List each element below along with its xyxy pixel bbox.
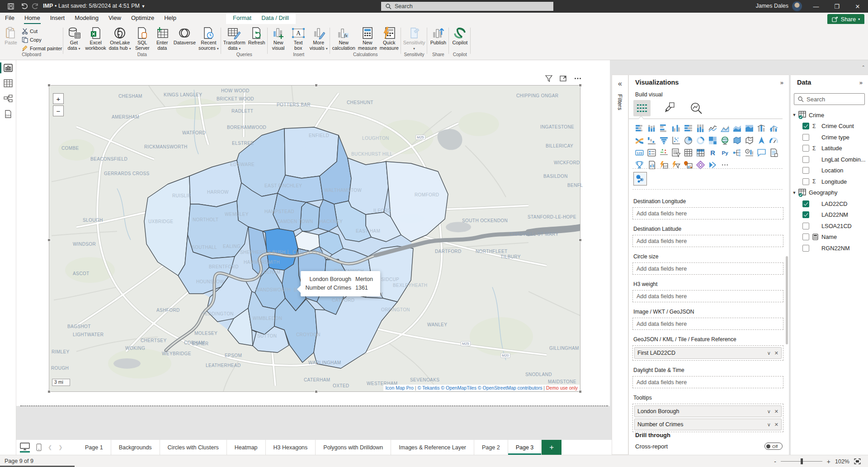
visual-type-paginated-icon[interactable]	[646, 159, 658, 171]
save-icon[interactable]	[6, 2, 15, 11]
focus-icon[interactable]	[560, 75, 567, 84]
field-well-empty[interactable]: Add data fields here	[632, 376, 783, 388]
zoom-out-icon[interactable]: -	[774, 458, 776, 465]
close-button[interactable]: ✕	[847, 0, 868, 13]
avatar[interactable]	[792, 1, 802, 11]
data-field-lnglat-combin-[interactable]: LngLat Combin...	[791, 154, 868, 165]
add-page-button[interactable]: +	[542, 440, 561, 455]
zoom-slider[interactable]	[781, 461, 822, 462]
copilot-button[interactable]: Copilot	[450, 25, 470, 51]
sidebar-table-view[interactable]	[0, 76, 16, 91]
visual-type-qa-icon[interactable]	[755, 147, 768, 159]
data-field-crime-type[interactable]: Crime type	[791, 132, 868, 143]
field-pill[interactable]: First LAD22CD∨✕	[634, 347, 782, 359]
panel-collapse-icon[interactable]: ⌃	[862, 65, 865, 70]
visual-type-filled-map-icon[interactable]	[731, 134, 743, 147]
visual-type-pie-icon[interactable]	[682, 134, 694, 147]
map-visual[interactable]: CHESHAMKINGS LANGLEYHOW WOODBRICKET WOOD…	[49, 85, 580, 392]
undo-icon[interactable]	[20, 2, 29, 11]
sidebar-dax-query-view[interactable]: DAX	[0, 106, 16, 122]
visual-type-ribbon-icon[interactable]	[633, 134, 646, 147]
data-field-rgn22nm[interactable]: RGN22NM	[791, 243, 868, 254]
sidebar-report-view[interactable]	[0, 60, 16, 76]
data-table-crime[interactable]: ▼Crime	[791, 110, 868, 121]
format-painter-button[interactable]: Format painter	[22, 44, 62, 52]
visual-type-treemap-icon[interactable]	[707, 134, 719, 147]
more-icon[interactable]	[574, 75, 581, 84]
page-tab-heatmap[interactable]: Heatmap	[227, 440, 266, 455]
attribution-link[interactable]: © OpenStreetMap contributors	[478, 385, 542, 391]
onelake-data-hub-button[interactable]: OneLakedata hub ▾	[108, 25, 132, 52]
attribution-link[interactable]: © Tekantis	[417, 385, 439, 391]
visual-type-bar-100-icon[interactable]	[682, 122, 694, 134]
dataverse-button[interactable]: Dataverse	[172, 25, 197, 51]
visual-type-bar-st-icon[interactable]	[633, 122, 646, 134]
visual-type-power-apps-icon[interactable]: 123	[658, 159, 670, 171]
menu-tab-help[interactable]: Help	[159, 13, 181, 24]
text-box-button[interactable]: ATextbox	[288, 25, 308, 51]
page-tab-polygons-with-drilldown[interactable]: Polygons with Drilldown	[316, 440, 391, 455]
get-data-button[interactable]: Getdata ▾	[64, 25, 84, 52]
scrollbar[interactable]	[786, 256, 788, 344]
user-name[interactable]: James Dales	[756, 3, 788, 9]
visual-type-funnel-icon[interactable]	[658, 134, 670, 147]
visual-type-col-100-icon[interactable]	[694, 122, 707, 134]
visual-type-donut-icon[interactable]	[694, 134, 707, 147]
enter-data-button[interactable]: Enterdata	[152, 25, 172, 51]
cross-report-toggle[interactable]: Off	[764, 443, 783, 450]
filter-icon[interactable]	[545, 75, 552, 84]
visual-type-kpi-icon[interactable]	[658, 147, 670, 159]
sql-server-button[interactable]: SQLServer	[132, 25, 152, 51]
zoom-in-button[interactable]: +	[53, 93, 64, 104]
visual-type-icon-map-pro[interactable]	[633, 172, 647, 186]
visual-type-table-icon[interactable]	[682, 147, 694, 159]
visual-type-gauge-icon[interactable]	[768, 134, 780, 147]
field-pill[interactable]: Number of Crimes∨✕	[634, 419, 782, 430]
visual-type-col-cl-icon[interactable]	[670, 122, 682, 134]
expand-filters-icon[interactable]: «	[612, 80, 628, 88]
excel-workbook-button[interactable]: Excelworkbook	[84, 25, 108, 51]
minimize-button[interactable]: —	[806, 0, 826, 13]
visual-type-more-icon[interactable]	[719, 159, 731, 171]
visual-type-area-100-icon[interactable]	[743, 122, 755, 134]
page-tab-circles-with-clusters[interactable]: Circles with Clusters	[160, 440, 227, 455]
data-search-input[interactable]: Search	[794, 93, 865, 105]
menu-tab-file[interactable]: File	[0, 13, 19, 24]
page-tab-backgrounds[interactable]: Backgrounds	[111, 440, 160, 455]
sensitivity-button[interactable]: Sensitivity▾	[402, 25, 427, 52]
share-button[interactable]: Share▾	[827, 14, 864, 24]
new-measure-button[interactable]: Newmeasure	[357, 25, 378, 51]
visual-type-bar-cl-icon[interactable]	[658, 122, 670, 134]
transform-data-button[interactable]: Transformdata ▾	[222, 25, 247, 52]
visual-type-combo2-icon[interactable]	[768, 122, 780, 134]
visual-type-scatter-icon[interactable]	[670, 134, 682, 147]
data-field-latitude[interactable]: ΣLatitude	[791, 143, 868, 154]
visual-type-r-icon[interactable]: R	[707, 147, 719, 159]
redo-icon[interactable]	[31, 2, 40, 11]
menu-tab-home[interactable]: Home	[19, 13, 45, 24]
visual-type-col-st-icon[interactable]	[646, 122, 658, 134]
collapse-data-icon[interactable]: »	[859, 79, 863, 86]
field-well-empty[interactable]: Add data fields here	[632, 207, 783, 219]
page-tab-h3-hexagons[interactable]: H3 Hexagons	[266, 440, 316, 455]
more-visuals-button[interactable]: Morevisuals ▾	[308, 25, 329, 52]
cut-button[interactable]: Cut	[22, 27, 62, 35]
visual-type-map-icon[interactable]	[719, 134, 731, 147]
visual-type-narrative-icon[interactable]	[768, 147, 780, 159]
visual-type-area-icon[interactable]	[719, 122, 731, 134]
field-well-empty[interactable]: Add data fields here	[632, 290, 783, 302]
attribution-link[interactable]: Icon Map Pro	[385, 385, 413, 391]
visual-type-combo-icon[interactable]	[755, 122, 768, 134]
mode-build-icon[interactable]	[633, 100, 651, 116]
visual-type-shape-map-icon[interactable]	[743, 134, 755, 147]
visual-type-matrix-icon[interactable]	[694, 147, 707, 159]
visual-type-area-st-icon[interactable]	[731, 122, 743, 134]
desktop-layout-icon[interactable]	[20, 443, 30, 453]
page-tab-page-1[interactable]: Page 1	[77, 440, 111, 455]
visual-type-flow-icon[interactable]	[707, 159, 719, 171]
page-tab-page-3[interactable]: Page 3	[508, 440, 542, 455]
visual-type-diamond-icon[interactable]	[694, 159, 707, 171]
menu-tab-format[interactable]: Format	[228, 13, 256, 24]
menu-tab-optimize[interactable]: Optimize	[126, 13, 159, 24]
page-tab-images-reference-layer[interactable]: Images & Reference Layer	[391, 440, 474, 455]
